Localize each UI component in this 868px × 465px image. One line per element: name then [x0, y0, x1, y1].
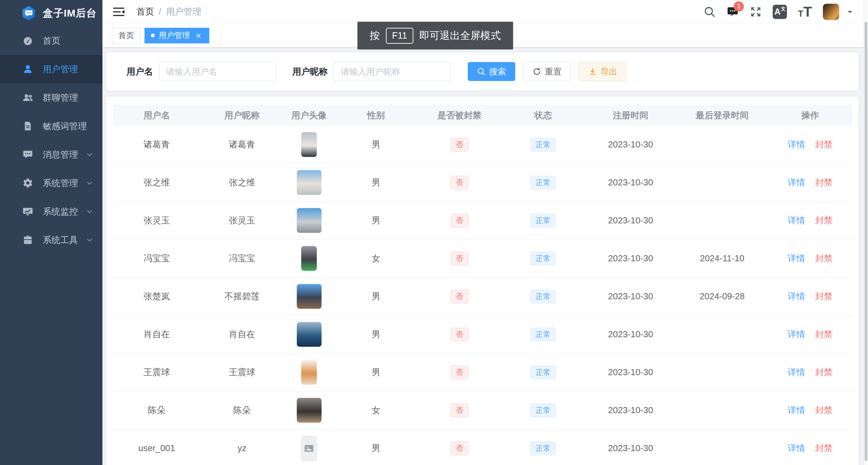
app-title: 盒子IM后台 — [43, 6, 97, 20]
detail-link[interactable]: 详情 — [788, 443, 805, 453]
user-avatar-image[interactable] — [301, 132, 317, 157]
sidebar-item-system-tools[interactable]: 系统工具 — [0, 226, 102, 254]
cell-nickname: 张灵玉 — [200, 202, 284, 240]
ban-link[interactable]: 封禁 — [815, 367, 833, 377]
cell-gender: 男 — [334, 429, 418, 465]
detail-link[interactable]: 详情 — [788, 291, 805, 301]
fullscreen-icon[interactable] — [750, 6, 762, 18]
toast-text-after: 即可退出全屏模式 — [419, 29, 501, 43]
cell-banned: 否 — [418, 202, 501, 240]
font-size-icon[interactable]: TT — [798, 5, 812, 19]
column-header: 状态 — [501, 105, 585, 126]
tab-home[interactable]: 首页 — [112, 28, 140, 43]
user-avatar-image[interactable] — [297, 284, 322, 309]
cell-banned: 否 — [418, 316, 501, 353]
chevron-down-icon — [85, 150, 94, 159]
caret-down-icon[interactable] — [847, 8, 853, 15]
sidebar-item-group-management[interactable]: 群聊管理 — [0, 83, 102, 112]
breadcrumb: 首页 / 用户管理 — [136, 6, 201, 18]
cell-avatar — [284, 240, 334, 278]
detail-link[interactable]: 详情 — [788, 139, 805, 149]
cell-status: 正常 — [501, 429, 585, 465]
ban-link[interactable]: 封禁 — [815, 405, 833, 415]
cell-registered: 2023-10-30 — [585, 240, 676, 278]
reset-button[interactable]: 重置 — [523, 62, 571, 81]
avatar-placeholder-icon[interactable] — [301, 436, 317, 461]
cell-status: 正常 — [501, 391, 585, 429]
app-logo[interactable]: 盒子IM后台 — [0, 0, 102, 26]
search-icon[interactable] — [703, 6, 716, 18]
ban-link[interactable]: 封禁 — [815, 253, 833, 263]
cell-avatar — [284, 391, 334, 429]
detail-link[interactable]: 详情 — [788, 215, 805, 225]
column-header: 注册时间 — [585, 105, 676, 126]
user-icon — [22, 64, 33, 75]
cell-nickname: 王震球 — [200, 353, 284, 391]
cell-banned: 否 — [418, 353, 501, 391]
detail-link[interactable]: 详情 — [788, 177, 805, 187]
user-avatar-image[interactable] — [297, 322, 322, 347]
tab-user-management[interactable]: 用户管理 × — [144, 28, 209, 43]
sidebar-item-message-management[interactable]: 消息管理 — [0, 140, 102, 169]
user-avatar-image[interactable] — [301, 360, 317, 385]
cell-gender: 男 — [334, 278, 418, 316]
cell-avatar — [284, 126, 334, 164]
detail-link[interactable]: 详情 — [788, 405, 805, 415]
cell-gender: 男 — [334, 353, 418, 391]
cell-nickname: yz — [200, 429, 284, 465]
column-header: 是否被封禁 — [418, 105, 501, 126]
sidebar-item-label: 消息管理 — [43, 149, 78, 161]
user-avatar-image[interactable] — [297, 208, 322, 233]
sidebar-item-system-management[interactable]: 系统管理 — [0, 169, 102, 197]
avatar[interactable] — [823, 4, 839, 20]
ban-link[interactable]: 封禁 — [815, 215, 833, 225]
table-row: 肖自在 肖自在 男 否 正常 2023-10-30 详情 封禁 — [113, 316, 852, 353]
ban-link[interactable]: 封禁 — [815, 177, 833, 187]
cell-nickname: 陈朵 — [200, 391, 284, 429]
scrollbar[interactable] — [864, 0, 868, 465]
user-table-card: 用户名用户昵称用户头像性别是否被封禁状态注册时间最后登录时间操作 诸葛青 诸葛青… — [106, 96, 859, 465]
cell-status: 正常 — [501, 240, 585, 278]
status-badge: 正常 — [531, 404, 556, 417]
sidebar-item-user-management[interactable]: 用户管理 — [0, 55, 102, 83]
sidebar-item-home[interactable]: 首页 — [0, 26, 102, 55]
ban-link[interactable]: 封禁 — [815, 443, 833, 453]
column-header: 用户名 — [113, 105, 200, 126]
cell-registered: 2023-10-30 — [585, 278, 676, 316]
close-icon[interactable]: × — [194, 31, 203, 40]
cell-actions: 详情 封禁 — [768, 278, 852, 316]
messages-button[interactable]: 1 — [727, 6, 739, 18]
cell-username: 肖自在 — [113, 316, 200, 353]
scrollbar-thumb[interactable] — [865, 22, 867, 461]
group-icon — [22, 92, 33, 103]
cell-banned: 否 — [418, 164, 501, 202]
detail-link[interactable]: 详情 — [788, 367, 805, 377]
sidebar-item-label: 系统监控 — [43, 206, 78, 218]
ban-link[interactable]: 封禁 — [815, 139, 833, 149]
search-button[interactable]: 搜索 — [468, 62, 515, 81]
username-input[interactable] — [159, 62, 276, 81]
cell-actions: 详情 封禁 — [768, 240, 852, 278]
sidebar-item-system-monitor[interactable]: 系统监控 — [0, 197, 102, 226]
cell-last-login — [676, 164, 768, 202]
cell-avatar — [284, 164, 334, 202]
breadcrumb-home[interactable]: 首页 — [136, 6, 154, 18]
user-avatar-image[interactable] — [297, 170, 322, 195]
user-avatar-image[interactable] — [301, 246, 317, 271]
ban-link[interactable]: 封禁 — [815, 329, 833, 339]
f11-key: F11 — [386, 28, 413, 44]
translate-icon[interactable]: A文 — [773, 5, 787, 19]
user-avatar-image[interactable] — [297, 398, 322, 423]
table-row: 王震球 王震球 男 否 正常 2023-10-30 详情 封禁 — [113, 353, 852, 391]
export-button[interactable]: 导出 — [579, 62, 626, 81]
nickname-input[interactable] — [334, 62, 451, 81]
column-header: 最后登录时间 — [676, 105, 768, 126]
top-navbar: 首页 / 用户管理 1 A文 TT — [102, 0, 864, 24]
ban-link[interactable]: 封禁 — [815, 291, 833, 301]
detail-link[interactable]: 详情 — [788, 329, 805, 339]
sidebar-item-sensitive-words[interactable]: 敏感词管理 — [0, 112, 102, 140]
sidebar-fold-icon[interactable] — [113, 6, 125, 17]
user-table: 用户名用户昵称用户头像性别是否被封禁状态注册时间最后登录时间操作 诸葛青 诸葛青… — [113, 105, 852, 465]
cell-last-login — [676, 391, 768, 429]
detail-link[interactable]: 详情 — [788, 253, 805, 263]
